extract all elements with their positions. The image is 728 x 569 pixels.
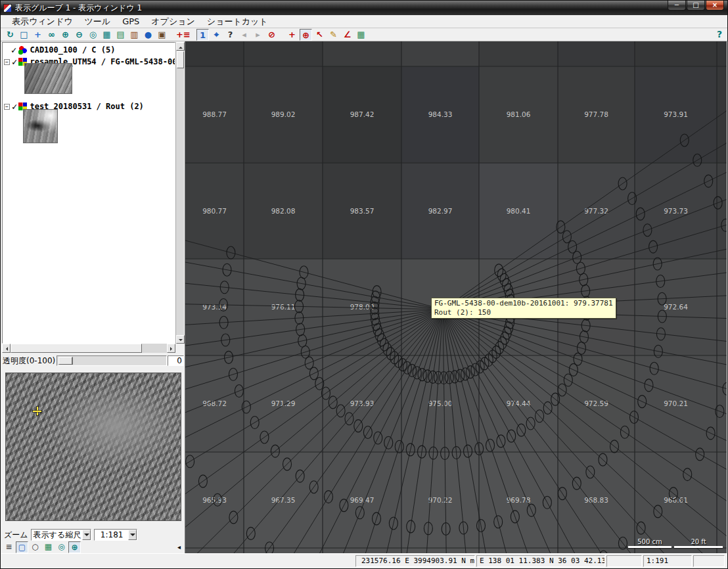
scroll-right-arrow-icon[interactable] (167, 344, 175, 353)
group-view-icon[interactable]: ▢ (16, 541, 28, 553)
rout-layer-thumbnail[interactable] (23, 109, 58, 143)
scale-value-select[interactable]: 1:181 (94, 529, 137, 541)
scale-bar-metric: 500 cm (628, 538, 671, 548)
scroll-left-arrow-icon[interactable] (2, 344, 11, 353)
menu-item-2[interactable]: GPS (116, 16, 145, 27)
layer-checkbox[interactable]: ✓ (12, 57, 17, 67)
window-title: 表示グループ 1 - 表示ウィンドウ 1 (15, 3, 142, 14)
svg-text:973.73: 973.73 (664, 207, 688, 215)
coords-meters-value: 231576.16 E 3994903.91 N m (361, 557, 474, 565)
redraw-icon[interactable]: ↻ (4, 29, 16, 41)
menu-item-3[interactable]: オプション (145, 15, 201, 28)
zoom-label: ズーム (4, 530, 28, 541)
layer-styles-icon[interactable]: ▥ (128, 29, 141, 41)
scale-bar: 500 cm 20 ft (626, 538, 723, 548)
transparency-value[interactable]: 0 (168, 355, 184, 366)
whatis-tool-icon[interactable]: ? (224, 29, 237, 41)
scale-mode-value: 表示する縮尺 (34, 530, 81, 541)
select-tool-icon[interactable]: 1 (196, 29, 209, 41)
layer-checkbox[interactable]: ✓ (12, 101, 17, 112)
locator-image-icon[interactable]: ▦ (42, 541, 55, 553)
next-element-icon[interactable]: ▸ (252, 29, 264, 41)
raster-tool-icon[interactable]: ▦ (355, 29, 367, 41)
map-view[interactable]: 988.77989.02987.42984.33981.06977.78973.… (185, 41, 727, 553)
full-extent-icon[interactable]: □ (18, 29, 30, 41)
pan-view-icon[interactable]: + (32, 29, 44, 41)
edit-tool-icon[interactable]: ✎ (327, 29, 340, 41)
svg-text:972.64: 972.64 (664, 303, 688, 311)
legend-list-icon[interactable]: ≡ (3, 541, 15, 553)
zoom-box-icon[interactable]: ◎ (87, 29, 99, 41)
dropdown-arrow-icon[interactable] (128, 530, 137, 540)
locator-magnifier-icon[interactable]: ○ (29, 541, 41, 553)
no-action-icon[interactable]: ⊘ (265, 29, 278, 41)
snapshot-icon[interactable]: ▣ (156, 29, 168, 41)
menu-item-1[interactable]: ツール (79, 15, 117, 28)
coords-dms-value: E 138 01 11.383 N 36 03 42.136 (480, 557, 605, 565)
menu-item-0[interactable]: 表示ウィンドウ (6, 15, 79, 28)
tooltip-line1: FG-GML-5438-00-dem10b-20161001: 979.3778… (434, 299, 613, 308)
layer-row-cad[interactable]: ✓ CAD100_100 / C (5) (11, 45, 115, 55)
crosshair-tool-icon[interactable]: ⌖ (210, 29, 223, 41)
status-scale-value: 1:191 (647, 557, 668, 565)
scroll-down-arrow-icon[interactable] (176, 335, 185, 344)
minimize-button[interactable]: − (668, 1, 686, 11)
svg-text:977.78: 977.78 (584, 110, 608, 118)
layer-manager-icon[interactable]: ▤ (114, 29, 127, 41)
locator-zoom-box-icon[interactable]: ◎ (55, 541, 68, 553)
dem-layer-thumbnail[interactable] (24, 63, 72, 94)
prev-element-icon[interactable]: ◂ (238, 29, 250, 41)
zoom-out-icon[interactable]: ⊖ (73, 29, 85, 41)
minimap-crosshair-icon (33, 407, 41, 415)
panel-collapse-arrow-icon[interactable]: ◂ (177, 543, 181, 551)
globe-icon[interactable]: ● (142, 29, 154, 41)
svg-text:974.44: 974.44 (507, 399, 531, 407)
layer-list[interactable]: ✓ CAD100_100 / C (5) − ✓ resample_UTM54 … (2, 42, 175, 344)
add-layer-icon[interactable]: +≡ (176, 29, 189, 41)
scroll-up-arrow-icon[interactable] (176, 42, 185, 51)
zoom-controls: ズーム 表示する縮尺 1:181 (4, 529, 140, 541)
dropdown-arrow-icon[interactable] (82, 530, 91, 540)
svg-text:982.08: 982.08 (271, 207, 296, 215)
full-resolution-icon[interactable]: ▦ (101, 29, 113, 41)
menu-bar: 表示ウィンドウツールGPSオプションショートカット (1, 15, 727, 28)
menu-item-4[interactable]: ショートカット (201, 15, 274, 28)
scale-bar-imperial-label: 20 ft (674, 538, 723, 545)
pan-tool-icon[interactable]: + (286, 29, 298, 41)
status-empty-cell (606, 555, 642, 567)
svg-text:973.14: 973.14 (202, 303, 227, 311)
cad-layer-icon (18, 46, 27, 55)
zoom-tool-icon[interactable]: ⊕ (300, 29, 312, 41)
svg-text:970.21: 970.21 (664, 399, 688, 407)
select-arrow-icon[interactable]: ↖ (313, 29, 326, 41)
collapse-expander-icon[interactable]: − (4, 104, 10, 110)
profile-tool-icon[interactable]: ∠ (341, 29, 353, 41)
close-button[interactable]: × (706, 1, 724, 11)
collapse-expander-icon[interactable]: − (4, 59, 10, 65)
svg-text:976.11: 976.11 (271, 303, 296, 311)
scale-mode-select[interactable]: 表示する縮尺 (31, 529, 92, 541)
slider-thumb[interactable] (58, 357, 73, 365)
layer-list-horizontal-scrollbar[interactable] (2, 344, 175, 353)
overview-minimap[interactable] (5, 373, 181, 521)
scrollbar-thumb[interactable] (11, 344, 142, 353)
status-coords-dms: E 138 01 11.383 N 36 03 42.136 (476, 555, 605, 567)
svg-text:988.77: 988.77 (202, 110, 227, 118)
layer-list-vertical-scrollbar[interactable] (175, 42, 184, 344)
scale-bar-metric-bar (628, 546, 671, 548)
svg-text:969.47: 969.47 (350, 496, 375, 504)
svg-text:981.06: 981.06 (507, 110, 531, 118)
help-icon[interactable]: ? (717, 29, 722, 39)
layer-label[interactable]: CAD100_100 / C (5) (30, 45, 115, 55)
zoom-in-icon[interactable]: ⊕ (59, 29, 72, 41)
transparency-slider[interactable] (57, 355, 167, 366)
scrollbar-thumb[interactable] (177, 51, 184, 68)
maximize-button[interactable]: □ (687, 1, 705, 11)
previous-views-icon[interactable]: ∞ (45, 29, 58, 41)
tooltip-line2: Rout (2): 150 (434, 308, 613, 317)
app-icon (3, 4, 12, 12)
layer-checkbox[interactable]: ✓ (11, 45, 16, 55)
svg-text:975.00: 975.00 (428, 399, 453, 407)
locator-zoom-in-icon[interactable]: ⊕ (68, 541, 81, 553)
svg-text:973.91: 973.91 (664, 110, 688, 118)
